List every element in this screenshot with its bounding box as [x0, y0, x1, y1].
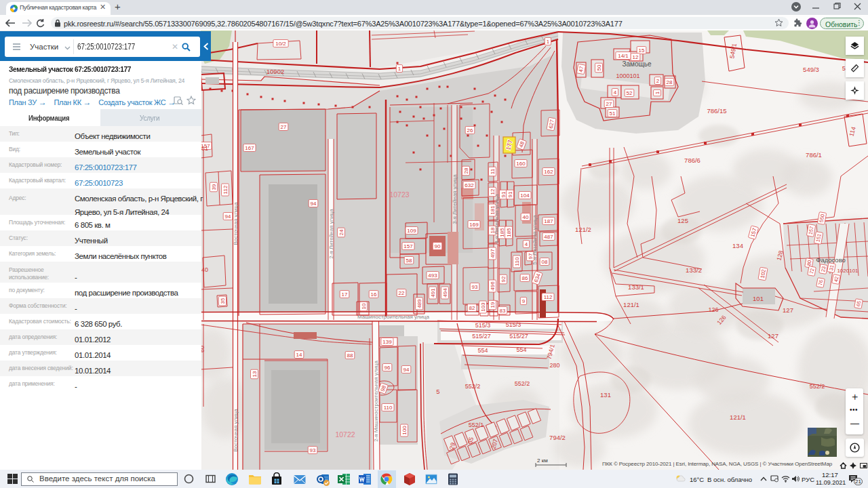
svg-text:39: 39 [211, 184, 217, 190]
svg-text:27: 27 [281, 124, 287, 130]
svg-text:121/1: 121/1 [623, 301, 639, 308]
svg-text:42: 42 [833, 276, 840, 283]
svg-text:127: 127 [768, 332, 778, 340]
svg-text:489: 489 [416, 299, 422, 308]
svg-text:552/1: 552/1 [469, 422, 484, 428]
svg-text:121/2: 121/2 [575, 226, 591, 233]
svg-text:15: 15 [639, 47, 645, 54]
svg-text:496: 496 [490, 281, 496, 291]
svg-text:22: 22 [399, 290, 405, 296]
svg-text:160: 160 [516, 161, 526, 167]
svg-text:786/15: 786/15 [707, 107, 726, 115]
svg-text:94: 94 [311, 201, 317, 207]
svg-text:Машиностроительная улица: Машиностроительная улица [357, 314, 430, 320]
svg-text:93: 93 [310, 447, 316, 453]
svg-text:134: 134 [732, 242, 743, 249]
svg-text:157: 157 [403, 243, 413, 249]
svg-text:1020101: 1020101 [837, 268, 859, 274]
svg-text:515/27: 515/27 [472, 333, 491, 340]
svg-text:5: 5 [436, 388, 439, 395]
svg-text:50: 50 [596, 64, 602, 70]
svg-text:493: 493 [428, 272, 437, 279]
svg-text:9: 9 [522, 298, 526, 304]
svg-text:10: 10 [361, 303, 367, 309]
svg-text:494: 494 [442, 288, 448, 298]
svg-text:1: 1 [547, 39, 550, 45]
svg-text:554: 554 [516, 346, 526, 353]
svg-text:4: 4 [525, 241, 528, 247]
svg-text:121/1: 121/1 [730, 413, 746, 421]
svg-text:185: 185 [499, 228, 505, 237]
svg-text:5-я Литейная улица: 5-я Литейная улица [532, 215, 538, 265]
svg-text:552/2: 552/2 [465, 383, 481, 390]
svg-text:26: 26 [467, 127, 473, 134]
svg-text:35: 35 [220, 298, 226, 304]
svg-text:14: 14 [296, 352, 302, 358]
svg-text:167: 167 [245, 145, 254, 151]
svg-text:96: 96 [384, 365, 391, 371]
svg-text:90: 90 [435, 243, 441, 249]
svg-text:133/2: 133/2 [686, 266, 702, 274]
svg-text:10902: 10902 [267, 68, 284, 75]
svg-text:125: 125 [677, 217, 688, 224]
svg-text:4-я Литейная улица: 4-я Литейная улица [494, 194, 500, 244]
svg-text:109: 109 [407, 228, 416, 234]
svg-text:104: 104 [520, 192, 530, 199]
svg-text:169: 169 [469, 222, 479, 228]
svg-text:10/2: 10/2 [275, 41, 286, 47]
svg-text:515/3: 515/3 [506, 321, 521, 328]
svg-text:60: 60 [201, 346, 205, 352]
svg-text:794/2: 794/2 [549, 434, 566, 441]
svg-text:110: 110 [514, 257, 520, 266]
svg-text:112: 112 [222, 185, 229, 194]
svg-text:2-я Машиностроительная улица: 2-я Машиностроительная улица [373, 361, 379, 442]
svg-text:185: 185 [506, 228, 512, 237]
svg-text:31: 31 [828, 264, 835, 271]
svg-text:554: 554 [477, 347, 488, 354]
svg-text:27: 27 [606, 101, 612, 107]
svg-text:139: 139 [382, 339, 392, 345]
svg-text:94: 94 [225, 214, 231, 220]
svg-text:2 км: 2 км [537, 458, 548, 464]
svg-text:12: 12 [490, 188, 496, 195]
svg-text:40: 40 [523, 214, 529, 220]
svg-text:80: 80 [806, 260, 812, 266]
svg-text:86: 86 [522, 275, 528, 281]
svg-text:786/1: 786/1 [806, 151, 822, 159]
svg-text:515/27: 515/27 [509, 333, 528, 340]
svg-text:91: 91 [507, 191, 513, 197]
svg-text:40: 40 [201, 266, 208, 273]
svg-text:08: 08 [542, 259, 548, 265]
svg-text:91: 91 [500, 191, 507, 197]
svg-text:103: 103 [480, 302, 486, 312]
svg-text:487: 487 [544, 234, 553, 240]
svg-text:2-я Литейная улица: 2-я Литейная улица [328, 209, 334, 259]
svg-text:19: 19 [490, 302, 496, 308]
svg-text:94: 94 [403, 367, 410, 373]
svg-text:1000101: 1000101 [616, 73, 639, 79]
svg-text:131: 131 [600, 391, 611, 399]
svg-text:2: 2 [656, 78, 660, 84]
svg-text:Восточная улица: Восточная улица [233, 202, 239, 245]
svg-text:52: 52 [627, 90, 633, 96]
svg-text:280: 280 [549, 362, 559, 369]
svg-text:83: 83 [500, 308, 506, 314]
svg-text:28: 28 [667, 79, 673, 85]
svg-text:10723: 10723 [389, 190, 409, 199]
svg-text:552/2: 552/2 [810, 383, 825, 390]
svg-text:ПКК © Росреестр 2010-2021 | Es: ПКК © Росреестр 2010-2021 | Esri, Interm… [602, 461, 833, 467]
svg-text:3-я Литейная улица: 3-я Литейная улица [452, 174, 458, 224]
svg-text:786/6: 786/6 [684, 157, 701, 164]
svg-text:Восточная улица: Восточная улица [233, 409, 239, 452]
svg-text:110: 110 [384, 405, 393, 411]
svg-text:10722: 10722 [335, 430, 355, 439]
svg-text:552/2: 552/2 [515, 380, 530, 387]
svg-text:23: 23 [820, 266, 827, 272]
svg-text:162: 162 [544, 169, 553, 175]
svg-text:515/3: 515/3 [475, 322, 491, 329]
svg-text:126: 126 [708, 306, 718, 313]
svg-text:112: 112 [544, 294, 553, 300]
svg-text:76: 76 [817, 279, 824, 286]
svg-text:127: 127 [783, 306, 793, 314]
svg-text:497: 497 [490, 249, 496, 258]
